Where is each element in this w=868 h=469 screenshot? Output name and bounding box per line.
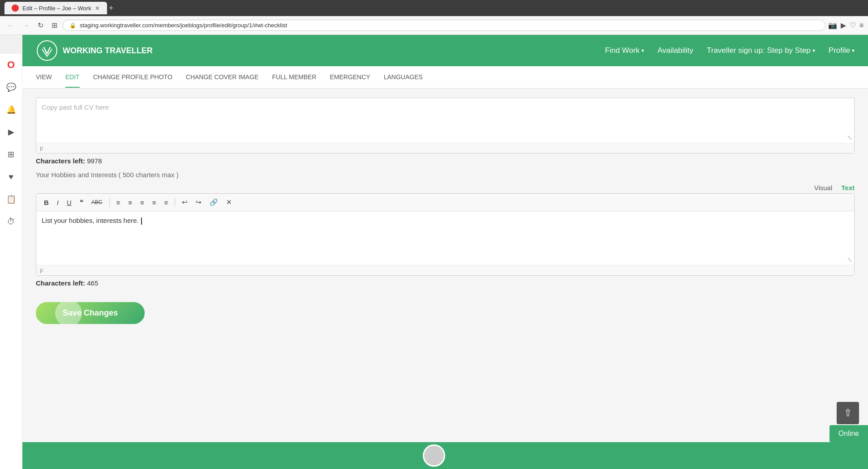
cv-characters-left-value: 9978 [87, 157, 102, 165]
nav-profile-label: Profile [829, 46, 850, 55]
hobbies-characters-left: Characters left: 465 [36, 279, 855, 287]
toolbar-ordered-list-button[interactable]: ≡ [125, 197, 135, 208]
toolbar-abc-button[interactable]: ABC [88, 197, 106, 207]
send-icon[interactable]: ▶ [4, 125, 18, 139]
address-text: staging.workingtraveller.com/members/joe… [80, 22, 287, 29]
toolbar-undo-button[interactable]: ↩ [179, 196, 191, 208]
hobbies-editor-container: B I U ❝ ABC ≡ ≡ ≡ ≡ ≡ ↩ ↪ 🔗 ✕ List your … [36, 193, 855, 276]
notification-bell-icon[interactable]: 🔔 [4, 103, 18, 116]
nav-profile[interactable]: Profile ▾ [829, 46, 855, 55]
save-changes-button[interactable]: Save Changes [36, 302, 145, 324]
bookmark-icon[interactable]: ♡ [850, 21, 856, 30]
grid-button[interactable]: ⊞ [49, 19, 60, 31]
nav-traveller-signup[interactable]: Traveller sign up: Step by Step ▾ [707, 46, 815, 55]
clipboard-icon[interactable]: 📋 [4, 192, 18, 206]
logo-text: WORKING TRAVELLER [63, 46, 153, 55]
bottom-bar [0, 442, 868, 469]
visual-mode-button[interactable]: Visual [814, 184, 833, 192]
svg-point-0 [37, 41, 57, 60]
nav-find-work-label: Find Work [605, 46, 640, 55]
site-nav: Find Work ▾ Availability Traveller sign … [605, 46, 855, 55]
side-panel: O 💬 🔔 ▶ ⊞ ♥ 📋 ⏱ ··· [0, 54, 22, 469]
subnav-edit[interactable]: EDIT [65, 67, 80, 88]
forward-button[interactable]: → [20, 20, 32, 31]
cv-editor-body[interactable]: Copy past full CV here ⤡ [36, 98, 854, 143]
subnav-full-member[interactable]: FULL MEMBER [272, 67, 316, 88]
save-btn-ripple [55, 302, 82, 324]
hobbies-characters-left-label: Characters left: [36, 279, 85, 287]
favorites-icon[interactable]: ♥ [4, 170, 18, 183]
hobbies-editor-tag: p [40, 267, 43, 273]
traveller-signup-chevron-icon: ▾ [812, 47, 815, 54]
toolbar-separator-1 [109, 198, 110, 207]
subnav-languages[interactable]: LANGUAGES [384, 67, 423, 88]
cursor [141, 217, 142, 225]
sub-nav: VIEW EDIT CHANGE PROFILE PHOTO CHANGE CO… [22, 66, 868, 89]
toolbar-remove-format-button[interactable]: ✕ [223, 196, 235, 208]
tab-close-button[interactable]: ✕ [95, 5, 100, 12]
cv-characters-left: Characters left: 9978 [36, 157, 855, 165]
online-badge: Online [829, 425, 868, 442]
site-header: WORKING TRAVELLER Find Work ▾ Availabili… [22, 35, 868, 66]
toolbar-link-button[interactable]: 🔗 [206, 196, 221, 208]
camera-icon[interactable]: 📷 [828, 21, 837, 30]
text-mode-button[interactable]: Text [841, 184, 855, 192]
cast-icon[interactable]: ▶ [841, 21, 846, 30]
toolbar-blockquote-button[interactable]: ❝ [77, 196, 86, 208]
online-badge-label: Online [838, 430, 859, 437]
refresh-button[interactable]: ↻ [35, 19, 46, 31]
cv-editor-container: Copy past full CV here ⤡ p [36, 98, 855, 153]
apps-grid-icon[interactable]: ⊞ [4, 148, 18, 161]
nav-availability-label: Availability [657, 46, 693, 55]
browser-right-icons: 📷 ▶ ♡ ≡ [828, 21, 864, 30]
back-button[interactable]: ← [4, 20, 17, 31]
toolbar-unordered-list-button[interactable]: ≡ [113, 197, 124, 208]
toolbar-italic-button[interactable]: I [54, 197, 62, 208]
active-tab[interactable]: Edit – Profile – Joe – Work ✕ [4, 2, 107, 14]
security-icon: 🔒 [69, 22, 76, 29]
cv-editor-tag: p [40, 145, 43, 151]
content-area: Copy past full CV here ⤡ p Characters le… [22, 89, 868, 469]
hobbies-editor-content: List your hobbies, interests here. [42, 217, 139, 224]
subnav-view[interactable]: VIEW [36, 67, 52, 88]
toolbar-redo-button[interactable]: ↪ [193, 196, 205, 208]
logo-icon [36, 39, 58, 62]
user-avatar[interactable] [423, 444, 445, 467]
hobbies-editor-toolbar: B I U ❝ ABC ≡ ≡ ≡ ≡ ≡ ↩ ↪ 🔗 ✕ [36, 194, 854, 211]
hobbies-resize-handle[interactable]: ⤡ [847, 256, 852, 263]
toolbar-align-left-button[interactable]: ≡ [137, 197, 147, 208]
find-work-chevron-icon: ▾ [641, 47, 644, 54]
toolbar-underline-button[interactable]: U [64, 197, 75, 208]
tab-favicon [12, 4, 19, 12]
subnav-emergency[interactable]: EMERGENCY [330, 67, 370, 88]
cv-editor-footer: p [36, 143, 854, 153]
hobbies-characters-left-value: 465 [87, 279, 98, 287]
new-tab-button[interactable]: + [109, 4, 114, 13]
main-wrapper: WORKING TRAVELLER Find Work ▾ Availabili… [22, 35, 868, 469]
scroll-to-top-button[interactable]: ⇧ [837, 402, 859, 424]
menu-icon[interactable]: ≡ [859, 21, 864, 30]
hobbies-editor-body[interactable]: List your hobbies, interests here. ⤡ [36, 211, 854, 265]
cv-characters-left-label: Characters left: [36, 157, 85, 165]
subnav-change-profile-photo[interactable]: CHANGE PROFILE PHOTO [93, 67, 172, 88]
toolbar-align-center-button[interactable]: ≡ [149, 197, 159, 208]
nav-traveller-signup-label: Traveller sign up: Step by Step [707, 46, 811, 55]
toolbar-separator-2 [175, 198, 175, 207]
editor-mode-toggle: Visual Text [36, 184, 855, 192]
messenger-icon[interactable]: 💬 [4, 81, 18, 94]
history-icon[interactable]: ⏱ [4, 215, 18, 228]
nav-find-work[interactable]: Find Work ▾ [605, 46, 644, 55]
subnav-change-cover-image[interactable]: CHANGE COVER IMAGE [186, 67, 259, 88]
hobbies-section-label: Your Hobbies and Interests ( 500 charter… [36, 171, 855, 179]
address-bar[interactable]: 🔒 staging.workingtraveller.com/members/j… [63, 20, 825, 31]
cv-editor-placeholder: Copy past full CV here [42, 103, 109, 111]
cv-resize-handle[interactable]: ⤡ [847, 134, 852, 141]
nav-availability[interactable]: Availability [657, 46, 693, 55]
toolbar-align-right-button[interactable]: ≡ [161, 197, 172, 208]
opera-logo[interactable]: O [4, 58, 18, 72]
toolbar-bold-button[interactable]: B [41, 197, 52, 208]
site-logo[interactable]: WORKING TRAVELLER [36, 39, 153, 62]
hobbies-editor-footer: p [36, 265, 854, 275]
tab-bar: Edit – Profile – Joe – Work ✕ + [0, 0, 868, 16]
tab-title: Edit – Profile – Joe – Work [22, 5, 91, 12]
